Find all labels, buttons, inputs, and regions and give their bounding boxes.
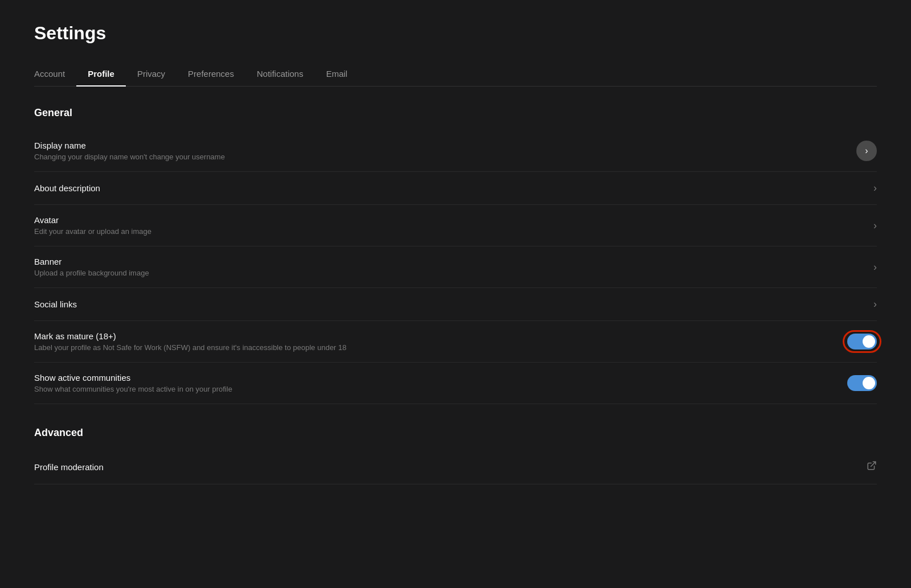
banner-chevron-icon: › [873,261,877,273]
social-links-action: › [873,298,877,310]
settings-page: Settings Account Profile Privacy Prefere… [0,0,911,507]
show-active-communities-check-icon: ✓ [868,379,873,387]
avatar-description: Edit your avatar or upload an image [34,227,151,236]
profile-moderation-item[interactable]: Profile moderation [34,450,877,484]
avatar-label: Avatar [34,215,151,225]
about-description-info: About description [34,183,100,193]
avatar-item[interactable]: Avatar Edit your avatar or upload an ima… [34,205,877,246]
tab-privacy[interactable]: Privacy [126,62,177,87]
mark-as-mature-slider: ✓ [847,334,877,349]
general-settings-list: Display name Changing your display name … [34,130,877,404]
banner-description: Upload a profile background image [34,269,149,277]
general-section-title: General [34,107,877,119]
about-description-chevron-icon: › [873,182,877,194]
chevron-right-icon: › [865,146,868,156]
banner-info: Banner Upload a profile background image [34,257,149,277]
tab-email[interactable]: Email [315,62,359,87]
tab-notifications[interactable]: Notifications [245,62,315,87]
display-name-action: › [856,141,877,161]
show-active-communities-description: Show what communities you're most active… [34,385,232,393]
settings-tabs: Account Profile Privacy Preferences Noti… [34,62,877,87]
social-links-label: Social links [34,299,77,309]
show-active-communities-toggle[interactable]: ✓ [847,375,877,391]
profile-moderation-label: Profile moderation [34,462,104,472]
mark-as-mature-action: ✓ [847,334,877,349]
tab-preferences[interactable]: Preferences [177,62,245,87]
profile-moderation-action [867,460,877,474]
mark-as-mature-item[interactable]: Mark as mature (18+) Label your profile … [34,321,877,363]
display-name-label: Display name [34,141,225,150]
advanced-settings-list: Profile moderation [34,450,877,484]
social-links-info: Social links [34,299,77,309]
social-links-item[interactable]: Social links › [34,288,877,321]
avatar-action: › [873,220,877,232]
tab-account[interactable]: Account [34,62,76,87]
display-name-info: Display name Changing your display name … [34,141,225,161]
avatar-chevron-icon: › [873,220,877,232]
tab-profile[interactable]: Profile [76,62,126,87]
show-active-communities-info: Show active communities Show what commun… [34,373,232,393]
display-name-chevron-button[interactable]: › [856,141,877,161]
about-description-action: › [873,182,877,194]
mark-as-mature-toggle[interactable]: ✓ [847,334,877,349]
about-description-label: About description [34,183,100,193]
banner-action: › [873,261,877,273]
show-active-communities-slider: ✓ [847,375,877,391]
show-active-communities-item[interactable]: Show active communities Show what commun… [34,363,877,404]
svg-line-0 [871,462,876,466]
display-name-item[interactable]: Display name Changing your display name … [34,130,877,172]
mark-as-mature-check-icon: ✓ [868,338,873,346]
advanced-section-title: Advanced [34,427,877,439]
mark-as-mature-toggle-wrapper: ✓ [847,334,877,349]
page-title: Settings [34,23,877,44]
mark-as-mature-info: Mark as mature (18+) Label your profile … [34,331,347,352]
external-link-icon [867,460,877,474]
show-active-communities-action: ✓ [847,375,877,391]
mark-as-mature-description: Label your profile as Not Safe for Work … [34,343,347,352]
mark-as-mature-label: Mark as mature (18+) [34,331,347,341]
display-name-description: Changing your display name won't change … [34,153,225,161]
social-links-chevron-icon: › [873,298,877,310]
advanced-section: Advanced Profile moderation [34,427,877,484]
show-active-communities-label: Show active communities [34,373,232,383]
avatar-info: Avatar Edit your avatar or upload an ima… [34,215,151,236]
banner-item[interactable]: Banner Upload a profile background image… [34,246,877,288]
banner-label: Banner [34,257,149,266]
about-description-item[interactable]: About description › [34,172,877,205]
general-section: General Display name Changing your displ… [34,107,877,404]
profile-moderation-info: Profile moderation [34,462,104,472]
